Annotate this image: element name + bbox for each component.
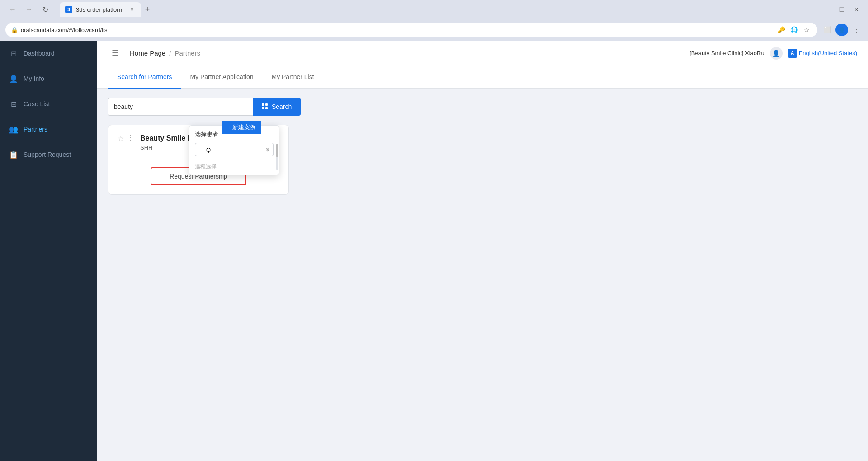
secure-icon: 🔒: [11, 27, 18, 33]
content-area: Search for Partners My Partner Applicati…: [97, 66, 868, 461]
popup-clear-button[interactable]: ⊗: [265, 146, 270, 153]
popup-scrollbar-thumb: [276, 144, 278, 157]
search-button-label: Search: [272, 103, 292, 110]
chrome-menu-button[interactable]: ⋮: [850, 24, 863, 36]
search-grid-icon: [262, 103, 268, 110]
tab-bar: 3 3ds order platform × +: [56, 1, 157, 18]
new-tab-button[interactable]: +: [141, 3, 154, 16]
address-bar-row: 🔒 oralscandata.com/#/followcard/list 🔑 🌐…: [0, 19, 868, 41]
popup-search-row: 🔍 ⊗: [189, 141, 279, 160]
window-controls: — ❐ ×: [821, 3, 863, 16]
tab-title: 3ds order platform: [76, 6, 124, 13]
sidebar-label-partners: Partners: [24, 126, 47, 133]
browser-tab-active[interactable]: 3 3ds order platform ×: [60, 2, 141, 17]
popup-search-wrapper: 🔍 ⊗: [195, 143, 274, 156]
partner-card: + 新建案例 选择患者 🔍 ⊗ 远程选择: [108, 125, 289, 195]
search-row: Search: [108, 98, 857, 116]
translate-icon[interactable]: 🌐: [788, 24, 799, 35]
my-info-icon: 👤: [9, 74, 18, 83]
hamburger-button[interactable]: ☰: [108, 46, 123, 61]
dashboard-icon: ⊞: [9, 49, 18, 58]
chrome-right-icons: ⬜ 👤 ⋮: [821, 24, 863, 36]
popup-scrollbar[interactable]: [276, 144, 278, 170]
browser-titlebar: ← → ↻ 3 3ds order platform × + — ❐ ×: [0, 0, 868, 19]
sidebar-item-support-request[interactable]: 📋 Support Request: [0, 142, 97, 167]
app-header: ☰ Home Page / Partners [Beauty Smile Cli…: [97, 41, 868, 66]
url-text: oralscandata.com/#/followcard/list: [21, 27, 109, 33]
breadcrumb-separator: /: [169, 49, 171, 57]
card-options-button[interactable]: ⋮: [127, 133, 134, 142]
sidebar-item-partners[interactable]: 👥 Partners: [0, 117, 97, 142]
minimize-button[interactable]: —: [821, 3, 834, 16]
browser-chrome: ← → ↻ 3 3ds order platform × + — ❐ × 🔒 o…: [0, 0, 868, 41]
browser-nav-controls: ← → ↻: [5, 2, 52, 17]
back-button[interactable]: ←: [5, 2, 20, 17]
new-case-button-label: + 新建案例: [227, 123, 256, 132]
partners-icon: 👥: [9, 125, 18, 134]
tab-search-partners[interactable]: Search for Partners: [108, 66, 181, 89]
profile-button[interactable]: 👤: [835, 24, 848, 36]
sidebar-item-case-list[interactable]: ⊞ Case List: [0, 91, 97, 117]
maximize-button[interactable]: ❐: [835, 3, 848, 16]
address-bar[interactable]: 🔒 oralscandata.com/#/followcard/list 🔑 🌐…: [5, 23, 817, 37]
sidebar-item-dashboard[interactable]: ⊞ Dashboard: [0, 41, 97, 66]
tab-my-partner-application[interactable]: My Partner Application: [181, 66, 262, 89]
app-layout: ⊞ Dashboard 👤 My Info ⊞ Case List 👥 Part…: [0, 41, 868, 461]
header-right: [Beauty Smile Clinic] XiaoRu 👤 A English…: [689, 47, 857, 60]
user-avatar-icon[interactable]: 👤: [770, 47, 783, 60]
sidebar-label-dashboard: Dashboard: [24, 50, 55, 57]
support-request-icon: 📋: [9, 150, 18, 159]
new-case-button[interactable]: + 新建案例: [222, 121, 261, 134]
bookmark-icon[interactable]: ☆: [801, 24, 812, 35]
password-icon[interactable]: 🔑: [776, 24, 787, 35]
popup-hint: 远程选择: [189, 160, 279, 175]
tab-close-button[interactable]: ×: [128, 6, 136, 13]
header-user-label: [Beauty Smile Clinic] XiaoRu: [689, 50, 764, 56]
header-language[interactable]: A English(United States): [788, 49, 857, 58]
breadcrumb: Home Page / Partners: [130, 49, 200, 57]
breadcrumb-home[interactable]: Home Page: [130, 49, 165, 57]
sidebar: ⊞ Dashboard 👤 My Info ⊞ Case List 👥 Part…: [0, 41, 97, 461]
popup-search-input[interactable]: [195, 143, 274, 156]
sidebar-label-support-request: Support Request: [24, 151, 71, 158]
favorite-star-icon[interactable]: ☆: [118, 134, 124, 143]
tabs-bar: Search for Partners My Partner Applicati…: [97, 66, 868, 89]
tab-my-partner-list[interactable]: My Partner List: [262, 66, 323, 89]
search-input[interactable]: [108, 98, 253, 116]
forward-button[interactable]: →: [22, 2, 36, 17]
language-icon: A: [788, 49, 797, 58]
reload-button[interactable]: ↻: [38, 2, 52, 17]
case-list-icon: ⊞: [9, 99, 18, 108]
popup-title: 选择患者: [195, 130, 218, 138]
breadcrumb-current: Partners: [175, 49, 200, 57]
close-window-button[interactable]: ×: [850, 3, 863, 16]
sidebar-label-my-info: My Info: [24, 75, 44, 82]
language-label: English(United States): [799, 50, 857, 56]
main-content: ☰ Home Page / Partners [Beauty Smile Cli…: [97, 41, 868, 461]
search-button[interactable]: Search: [253, 98, 301, 116]
address-bar-icons: 🔑 🌐 ☆: [776, 24, 812, 35]
sidebar-label-case-list: Case List: [24, 100, 50, 108]
extensions-button[interactable]: ⬜: [821, 24, 834, 36]
sidebar-item-my-info[interactable]: 👤 My Info: [0, 66, 97, 91]
tab-favicon: 3: [65, 6, 72, 13]
